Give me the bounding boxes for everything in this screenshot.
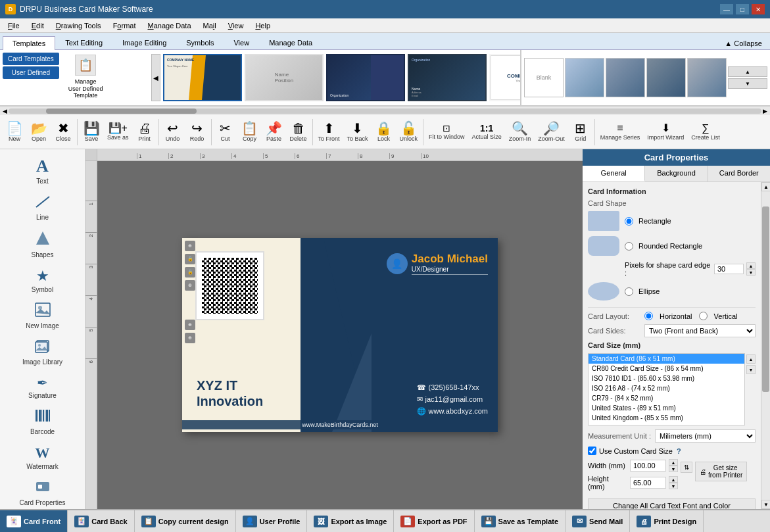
tool-signature[interactable]: ✒ Signature xyxy=(3,371,82,403)
hscroll-thumb[interactable] xyxy=(46,109,197,114)
close-button[interactable]: ✕ xyxy=(752,4,765,14)
redo-button[interactable]: ↪ Redo xyxy=(185,120,209,143)
side-tool-2[interactable]: 🔒 xyxy=(185,254,195,264)
hscroll-right[interactable]: ▶ xyxy=(761,108,769,114)
saveas-button[interactable]: 💾+ Save as xyxy=(104,122,132,142)
template-thumb-3[interactable]: Organization xyxy=(326,54,405,101)
close-button[interactable]: ✖ Close xyxy=(51,120,75,143)
side-tool-3[interactable]: 🔒 xyxy=(185,267,195,278)
custom-size-label[interactable]: Use Custom Card Size xyxy=(599,447,673,455)
side-tool-5[interactable]: ⊕ xyxy=(185,320,195,330)
tofront-button[interactable]: ⬆ To Front xyxy=(315,120,343,143)
size-list-up[interactable]: ▲ xyxy=(746,354,756,364)
cardfront-button[interactable]: 🃏 Card Front xyxy=(0,510,68,532)
width-input[interactable] xyxy=(630,460,666,472)
unlock-button[interactable]: 🔓 Unlock xyxy=(397,120,421,143)
size-item-us[interactable]: United States - (89 x 51 mm) xyxy=(589,403,744,413)
size-item-isoa8[interactable]: ISO 216 A8 - (74 x 52 mm) xyxy=(589,383,744,393)
tab-symbols[interactable]: Symbols xyxy=(176,36,224,49)
user-defined-button[interactable]: User Defined xyxy=(3,66,59,79)
sendmail-button[interactable]: ✉ Send Mail xyxy=(565,510,630,532)
print-button[interactable]: 🖨 Print xyxy=(133,120,156,143)
userprofile-button[interactable]: 👤 User Profile xyxy=(236,510,308,532)
paste-button[interactable]: 📌 Paste xyxy=(262,120,286,143)
actualsize-button[interactable]: 1:1 Actual Size xyxy=(469,122,505,141)
layout-vertical-label[interactable]: Vertical xyxy=(714,312,738,320)
card-templates-button[interactable]: Card Templates xyxy=(3,53,59,65)
copycurrent-button[interactable]: 📋 Copy current design xyxy=(135,510,236,532)
manage-template-button[interactable]: ManageUser DefinedTemplate xyxy=(64,77,107,101)
side-tool-4[interactable]: ⊕ xyxy=(185,280,195,291)
style-thumb-3[interactable] xyxy=(606,58,645,97)
get-size-from-printer-button[interactable]: 🖨 Get sizefrom Printer xyxy=(695,462,747,481)
template-thumb-5[interactable]: COMPANY NAME Your Slogan Here xyxy=(489,54,521,101)
custom-size-checkbox[interactable] xyxy=(588,447,596,455)
menu-mail[interactable]: Mail xyxy=(198,20,222,31)
style-scroll-up[interactable]: ▲ xyxy=(728,66,767,77)
scrollbar-down[interactable]: ▼ xyxy=(761,500,770,509)
tool-shapes[interactable]: Shapes xyxy=(3,226,82,262)
maximize-button[interactable]: □ xyxy=(736,4,749,14)
tool-text[interactable]: A Text xyxy=(3,153,82,189)
tool-cardproperties[interactable]: Card Properties xyxy=(3,475,82,509)
tab-cardborder[interactable]: Card Border xyxy=(708,166,770,181)
manageseries-button[interactable]: ≡ Manage Series xyxy=(597,122,644,142)
shape-label-rounded[interactable]: Rounded Rectangle xyxy=(638,242,702,250)
printdesign-button[interactable]: 🖨 Print Design xyxy=(630,510,704,532)
scroll-left-arrow[interactable]: ◀ xyxy=(151,54,160,101)
tab-managedata[interactable]: Manage Data xyxy=(259,36,322,49)
minimize-button[interactable]: — xyxy=(720,4,733,14)
tool-symbol[interactable]: ★ Symbol xyxy=(3,264,82,297)
card-sides-select[interactable]: Two (Front and Back) One (Front Only) xyxy=(644,324,756,337)
change-font-button[interactable]: Change All Card Text Font and Color xyxy=(588,498,756,509)
shape-radio-ellipse[interactable] xyxy=(625,287,633,296)
size-item-cr79[interactable]: CR79 - (84 x 52 mm) xyxy=(589,393,744,403)
tool-barcode[interactable]: Barcode xyxy=(3,404,82,439)
delete-button[interactable]: 🗑 Delete xyxy=(287,120,310,143)
style-thumb-blank[interactable]: Blank xyxy=(524,58,564,97)
menu-drawingt[interactable]: Drawing Tools xyxy=(51,20,107,31)
zoomin-button[interactable]: 🔍 Zoom-In xyxy=(506,120,535,143)
menu-managedata[interactable]: Manage Data xyxy=(142,20,196,31)
createlist-button[interactable]: ∑ Create List xyxy=(688,122,723,142)
tab-background[interactable]: Background xyxy=(645,166,708,181)
card-canvas[interactable]: XYZ IT Innovation 👤 Jacob Michael UX/Des… xyxy=(182,238,498,432)
menu-view[interactable]: View xyxy=(223,20,249,31)
zoomout-button[interactable]: 🔎 Zoom-Out xyxy=(535,120,568,143)
tab-view[interactable]: View xyxy=(224,36,259,49)
exportpdf-button[interactable]: 📄 Export as PDF xyxy=(394,510,474,532)
template-thumb-1[interactable]: COMPANY NAME Your Slogan Here xyxy=(163,54,242,101)
lock-button[interactable]: 🔒 Lock xyxy=(372,120,396,143)
swap-dimensions-button[interactable]: ⇅ xyxy=(681,462,692,473)
horizontal-scrollbar[interactable]: ◀ ▶ xyxy=(0,106,770,115)
open-button[interactable]: 📂 Open xyxy=(27,120,51,143)
template-thumb-2[interactable]: NamePosition xyxy=(245,54,324,101)
template-thumb-4[interactable]: Organization Name Address Email xyxy=(408,54,487,101)
width-up[interactable]: ▲ xyxy=(669,459,678,466)
side-tool-1[interactable]: ⊕ xyxy=(185,241,195,251)
shape-radio-rectangle[interactable] xyxy=(625,217,633,226)
cardback-button[interactable]: 🃏 Card Back xyxy=(68,510,134,532)
undo-button[interactable]: ↩ Undo xyxy=(161,120,185,143)
tool-watermark[interactable]: W Watermark xyxy=(3,441,82,474)
size-item-cr80[interactable]: CR80 Credit Card Size - (86 x 54 mm) xyxy=(589,364,744,374)
shape-radio-rounded[interactable] xyxy=(625,242,633,251)
scrollbar-up[interactable]: ▲ xyxy=(761,182,770,191)
pixels-down[interactable]: ▼ xyxy=(746,269,756,276)
pixels-up[interactable]: ▲ xyxy=(746,262,756,269)
side-tool-6[interactable]: ⊕ xyxy=(185,333,195,343)
saveastemplate-button[interactable]: 💾 Save as Template xyxy=(475,510,566,532)
scrollbar-thumb[interactable] xyxy=(762,206,769,391)
card-size-list[interactable]: Standard Card (86 x 51 mm) CR80 Credit C… xyxy=(588,353,745,425)
custom-size-help[interactable]: ? xyxy=(677,447,681,455)
cut-button[interactable]: ✂ Cut xyxy=(214,120,237,143)
pixels-input[interactable] xyxy=(714,264,744,274)
toback-button[interactable]: ⬇ To Back xyxy=(344,120,372,143)
measurement-select[interactable]: Milimeters (mm) Inches (in) Pixels (px) xyxy=(655,429,756,443)
tool-line[interactable]: Line xyxy=(3,190,82,225)
height-up[interactable]: ▲ xyxy=(669,476,678,483)
new-button[interactable]: 📄 New xyxy=(3,120,26,143)
save-button[interactable]: 💾 Save xyxy=(80,120,103,143)
tab-textediting[interactable]: Text Editing xyxy=(55,36,112,49)
tab-general[interactable]: General xyxy=(583,166,645,181)
